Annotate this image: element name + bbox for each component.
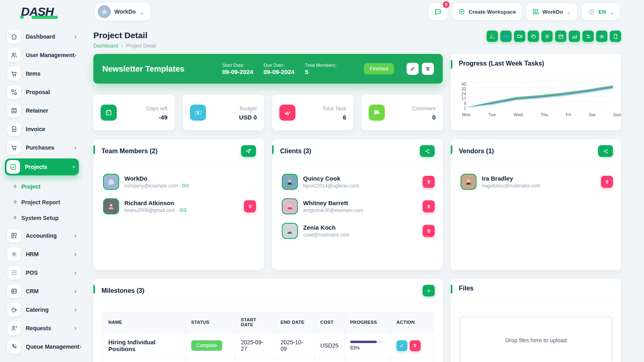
calendar-button[interactable]: [555, 31, 566, 42]
sidebar-item-projects[interactable]: Projects ›: [5, 158, 79, 175]
chart-x-axis: MonTueWedThuFriSatSun: [462, 112, 621, 117]
remove-client-button[interactable]: [423, 200, 435, 212]
user-plus-icon: [7, 321, 21, 335]
sidebar-item-accounting[interactable]: Accounting ›: [5, 228, 79, 243]
report-button[interactable]: [569, 31, 580, 42]
sidebar-item-user-management[interactable]: User Management ›: [5, 47, 79, 63]
copy-button[interactable]: [528, 31, 539, 42]
settings-button[interactable]: [541, 31, 553, 42]
sidebar-item-requests[interactable]: Requests ›: [5, 321, 79, 336]
sidebar-item-queue-management[interactable]: Queue Management ›: [5, 339, 79, 354]
trash-icon: [248, 204, 253, 209]
remove-client-button[interactable]: [423, 225, 435, 237]
sidebar-item-hrm[interactable]: HRM ›: [5, 247, 79, 262]
google-drive-button[interactable]: [487, 31, 498, 42]
sidebar-item-retainer[interactable]: Retainer: [5, 103, 79, 118]
copy-icon: [530, 33, 537, 39]
document-button[interactable]: [610, 31, 621, 42]
avatar: [282, 223, 298, 239]
stats-row: Days left-49 BudgetUSD 0 Total Task6 Com…: [93, 95, 443, 130]
sidebar-item-items[interactable]: Items: [5, 66, 79, 81]
delete-project-button[interactable]: [422, 63, 434, 75]
tracker-button[interactable]: [582, 31, 594, 42]
vendors-title: Vendors (1): [459, 148, 494, 155]
delete-milestone-button[interactable]: [410, 340, 421, 351]
milestones-table: NAME STATUS START DATE END DATE COST PRO…: [102, 312, 434, 362]
milestones-card: Milestones (3) NAME STATUS START DATE EN…: [93, 279, 443, 362]
sidebar: Dashboard › User Management › Items Prop…: [0, 23, 84, 362]
share-clients-button[interactable]: [420, 145, 435, 157]
bullet-icon: [14, 185, 17, 188]
project-banner: Newsletter Templates Start Date: 09-09-2…: [93, 54, 443, 84]
sidebar-item-catering[interactable]: Catering ›: [5, 302, 79, 317]
stat-comment: Comment0: [361, 95, 443, 130]
grid-plus-icon: [7, 229, 21, 243]
onedrive-button[interactable]: [500, 31, 512, 42]
sidebar-item-purchases[interactable]: Purchases ›: [5, 140, 79, 155]
workspace-menu-label: WorkDo: [543, 9, 564, 15]
person-icon: [107, 202, 116, 211]
file-icon: [613, 33, 619, 39]
sidebar-subitem-system-setup[interactable]: System Setup: [5, 210, 79, 226]
main-content: Project Detail Dashboard › Project Detai…: [84, 23, 644, 362]
sidebar-item-pos[interactable]: POS ›: [5, 265, 79, 280]
chevron-right-icon: ›: [74, 288, 76, 295]
workspace-avatar: [98, 5, 111, 18]
double-check-icon: [279, 105, 295, 121]
status-badge: Finished: [364, 63, 394, 74]
building-icon: [107, 177, 116, 186]
person-icon: [285, 202, 294, 211]
chevron-right-icon: ›: [74, 269, 76, 276]
swap-boxes-icon: [7, 85, 21, 99]
chart-y-axis: 4032241791: [456, 82, 466, 108]
clients-card: Clients (3) Quincy Cook fapor22014@ogler…: [272, 139, 443, 270]
progress-chart-svg: [469, 81, 613, 109]
sidebar-subitem-project-report[interactable]: Project Report: [5, 194, 79, 210]
messages-button[interactable]: 0: [429, 3, 448, 20]
meeting-button[interactable]: [514, 31, 525, 42]
chevron-right-icon: ›: [74, 232, 76, 239]
dots-grid-icon: [7, 266, 21, 280]
client-row: Quincy Cook fapor22014@oglerau.com: [282, 174, 435, 190]
remove-member-button[interactable]: [244, 200, 256, 212]
avatar: [103, 198, 119, 214]
accent-bar: [451, 145, 452, 154]
workspace-menu[interactable]: WorkDo ⌄: [526, 3, 577, 20]
total-members: Total Members: 5: [305, 63, 336, 75]
sidebar-item-crm[interactable]: CRM ›: [5, 284, 79, 299]
avatar: [460, 174, 477, 190]
file-dropzone[interactable]: Drop files here to upload: [460, 316, 612, 362]
language-label: EN: [599, 9, 606, 15]
edit-milestone-button[interactable]: [396, 340, 407, 351]
chevron-right-icon: ›: [74, 251, 76, 258]
app-logo[interactable]: DASH: [0, 5, 84, 19]
team-members-card: Team Members (2) WorkDo company@example.…: [93, 139, 264, 270]
video-camera-icon: [517, 33, 523, 39]
sidebar-subitem-project[interactable]: Project: [5, 179, 79, 194]
sidebar-item-dashboard[interactable]: Dashboard ›: [5, 29, 79, 44]
sidebar-item-invoice[interactable]: Invoice: [5, 121, 79, 137]
language-menu[interactable]: EN ⌄: [582, 3, 620, 20]
avatar: [282, 198, 298, 214]
team-member-row: Richard Atkinson keanu2006@gmail.com - 0…: [103, 198, 256, 214]
sidebar-item-proposal[interactable]: Proposal: [5, 84, 79, 100]
milestones-title: Milestones (3): [101, 287, 144, 294]
remove-client-button[interactable]: [423, 176, 435, 188]
create-workspace-button[interactable]: Create Workspace: [452, 3, 522, 20]
milestone-row: Communication Updates Incomplete 2025-10…: [103, 359, 434, 362]
contact-card-icon: [7, 284, 21, 298]
breadcrumb-dashboard-link[interactable]: Dashboard: [93, 43, 118, 49]
accent-bar: [93, 145, 95, 154]
edit-project-button[interactable]: [407, 63, 419, 75]
chevron-right-icon: ›: [74, 325, 76, 332]
remove-vendor-button[interactable]: [601, 176, 613, 188]
workspace-selector[interactable]: WorkDo ⌄: [95, 3, 150, 21]
chat-icon: [369, 105, 385, 121]
add-milestone-button[interactable]: [423, 285, 435, 296]
start-date: Start Date: 09-09-2024: [222, 63, 253, 75]
share-vendors-button[interactable]: [598, 145, 613, 157]
invite-member-button[interactable]: [241, 145, 256, 157]
client-row: Zenia Koch cuve@mailinator.com: [282, 223, 435, 239]
bug-button[interactable]: [596, 31, 607, 42]
globe-icon: [588, 8, 595, 16]
